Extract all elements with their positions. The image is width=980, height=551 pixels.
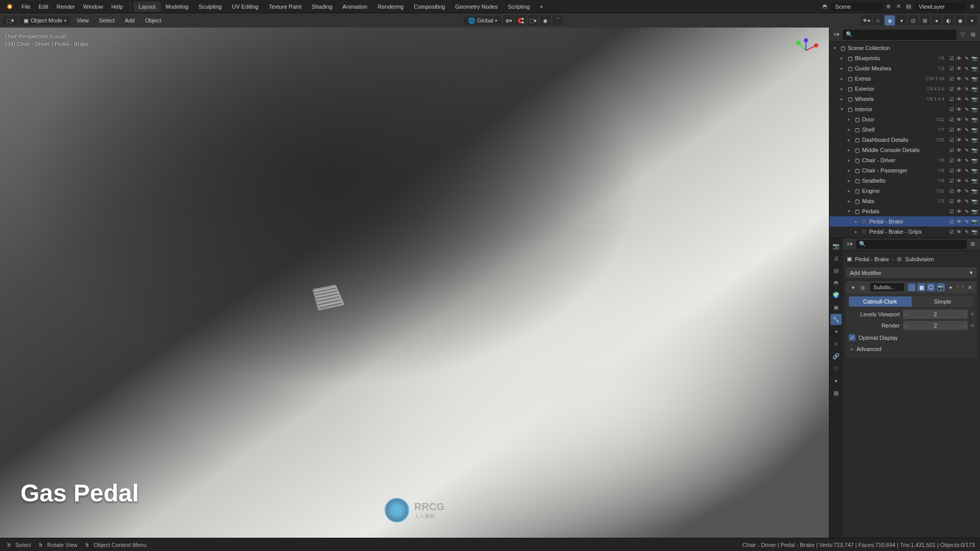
visibility-icon[interactable]: 👁 [955,228,963,235]
tree-toggle-icon[interactable]: ▸ [846,137,852,142]
tree-toggle-icon[interactable]: ▾ [839,107,845,112]
toolbar-add[interactable]: Add [121,16,139,24]
render-icon[interactable]: 📷 [971,126,978,133]
tree-item-interior[interactable]: ▾▢Interior☑👁✎📷 [829,104,980,114]
visibility-icon[interactable]: 👁 [955,208,963,215]
render-icon[interactable]: 📷 [971,187,978,194]
exclude-icon[interactable]: ☑ [948,126,955,133]
selectable-icon[interactable]: ✎ [963,208,970,215]
visibility-icon[interactable]: 👁 [955,65,963,72]
visibility-icon[interactable]: 👁 [955,136,963,143]
render-icon[interactable]: 📷 [971,55,978,62]
tree-toggle-icon[interactable]: ▸ [846,158,852,163]
shading-material[interactable]: ◐ [943,15,953,26]
selectable-icon[interactable]: ✎ [963,75,970,82]
advanced-section[interactable]: Advanced [849,343,974,355]
workspace-tab-rendering[interactable]: Rendering [373,2,409,12]
tree-toggle-icon[interactable]: ▸ [846,127,852,132]
modifier-realtime-icon[interactable]: 🖵 [927,283,935,291]
menu-window[interactable]: Window [79,4,107,10]
shading-solid[interactable]: ● [932,15,942,26]
tree-item-pedal-brake-grips[interactable]: ▸▽Pedal - Brake - Grips☑👁✎📷 [829,227,980,237]
tab-mesh[interactable]: ▽ [830,363,842,374]
tree-item-pedals[interactable]: ▾▢Pedals☑👁✎📷 [829,206,980,216]
selectable-icon[interactable]: ✎ [963,167,970,174]
modifier-close-icon[interactable]: ✕ [966,283,974,291]
exclude-icon[interactable]: ☑ [948,167,955,174]
selectable-icon[interactable]: ✎ [963,95,970,103]
render-icon[interactable]: 📷 [971,75,978,82]
exclude-icon[interactable]: ☑ [948,228,955,235]
selectable-icon[interactable]: ✎ [963,146,970,154]
exclude-icon[interactable]: ☑ [948,75,955,82]
tree-toggle-icon[interactable]: ▸ [846,198,852,204]
add-modifier-button[interactable]: Add Modifier ▾ [846,267,977,278]
prop-type-icon[interactable]: ≡▾ [846,240,854,248]
menu-file[interactable]: File [17,4,35,10]
tree-item-engine[interactable]: ▸▢Engine▽11☑👁✎📷 [829,186,980,196]
anim-dot-icon[interactable] [971,324,974,327]
snap-selector[interactable]: ⬚▾ [528,15,538,26]
exclude-icon[interactable]: ☑ [948,187,955,194]
selectable-icon[interactable]: ✎ [963,136,970,143]
exclude-icon[interactable]: ☑ [948,197,955,205]
3d-viewport[interactable]: User Perspective (Local) (39) Chair - Dr… [0,28,829,538]
tab-object[interactable]: ▣ [830,302,842,313]
tree-toggle-icon[interactable]: ▸ [853,229,859,234]
catmull-clark-button[interactable]: Catmull-Clark [849,296,912,307]
menu-edit[interactable]: Edit [35,4,53,10]
tab-scene[interactable]: ◓ [830,277,842,288]
render-icon[interactable]: 📷 [971,197,978,205]
tree-item-exterior[interactable]: ▸▢Exterior▽8 4 2 6☑👁✎📷 [829,84,980,94]
scene-new-icon[interactable]: ⊕ [884,3,892,11]
tab-texture[interactable]: ▦ [830,387,842,398]
tree-toggle-icon[interactable]: ▸ [846,147,852,153]
render-icon[interactable]: 📷 [971,157,978,164]
tree-item-middle-console-details[interactable]: ▸▢Middle Console Details☑👁✎📷 [829,145,980,155]
tree-item-shell[interactable]: ▸▢Shell▽7☑👁✎📷 [829,124,980,135]
tree-scene-collection[interactable]: ▾ ▢ Scene Collection [829,43,980,53]
render-icon[interactable]: 📷 [971,208,978,215]
exclude-icon[interactable]: ☑ [948,106,955,113]
modifier-extra-icon[interactable]: ⋮⋮ [956,283,964,291]
visibility-icon[interactable]: 👁 [955,116,963,123]
tree-item-pedal-brake[interactable]: ▸▽Pedal - Brake☑👁✎📷 [829,216,980,227]
exclude-icon[interactable]: ☑ [948,136,955,143]
mode-selector[interactable]: ▣ Object Mode [19,16,70,25]
tree-item-chair-passenger[interactable]: ▸▢Chair - Passenger▽6☑👁✎📷 [829,165,980,176]
visibility-icon[interactable]: 👁 [955,95,963,103]
workspace-tab-texturepaint[interactable]: Texture Paint [263,2,306,12]
viewlayer-new-icon[interactable]: ⊕ [968,3,976,11]
shading-dropdown[interactable]: ▾ [967,15,977,26]
tree-item-dashboard-details[interactable]: ▸▢Dashboard Details▽21☑👁✎📷 [829,135,980,145]
render-icon[interactable]: 📷 [971,95,978,103]
scene-name-field[interactable]: Scene [831,3,882,11]
visibility-icon[interactable]: 👁 [955,157,963,164]
tree-item-door[interactable]: ▸▢Door▽11☑👁✎📷 [829,114,980,124]
tree-item-extras[interactable]: ▸▢Extras▽15 2 19☑👁✎📷 [829,73,980,84]
tree-toggle-icon[interactable]: ▸ [846,188,852,193]
render-icon[interactable]: 📷 [971,65,978,72]
menu-help[interactable]: Help [107,4,127,10]
workspace-tab-compositing[interactable]: Compositing [409,2,450,12]
shading-rendered[interactable]: ◉ [955,15,965,26]
visibility-icon[interactable]: 👁▾ [861,15,871,26]
toolbar-select[interactable]: Select [95,16,119,24]
tab-material[interactable]: ● [830,375,842,386]
render-icon[interactable]: 📷 [971,106,978,113]
selectable-icon[interactable]: ✎ [963,106,970,113]
tree-toggle-icon[interactable]: ▸ [839,66,845,71]
exclude-icon[interactable]: ☑ [948,85,955,92]
selectable-icon[interactable]: ✎ [963,116,970,123]
exclude-icon[interactable]: ☑ [948,177,955,184]
exclude-icon[interactable]: ☑ [948,208,955,215]
tab-physics[interactable]: ⚛ [830,338,842,349]
tree-item-chair-driver[interactable]: ▸▢Chair - Driver▽6☑👁✎📷 [829,155,980,165]
tree-toggle-icon[interactable]: ▸ [839,56,845,61]
modifier-expand-icon[interactable]: ▾ [849,283,857,291]
tree-item-wheels[interactable]: ▸▢Wheels▽8 1 4 4☑👁✎📷 [829,94,980,104]
blender-icon[interactable] [4,2,13,11]
scene-unlink-icon[interactable]: ✕ [894,3,902,11]
selectable-icon[interactable]: ✎ [963,126,970,133]
tree-item-blueprints[interactable]: ▸▢Blueprints▽6☑👁✎📷 [829,53,980,63]
